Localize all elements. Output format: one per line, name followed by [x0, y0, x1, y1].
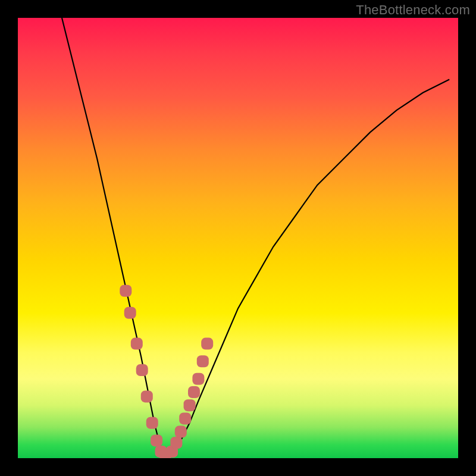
chart-svg: [18, 18, 458, 458]
marker-group: [120, 285, 213, 458]
data-marker: [141, 390, 153, 402]
data-marker: [188, 386, 200, 398]
data-marker: [197, 355, 209, 367]
chart-frame: TheBottleneck.com: [0, 0, 476, 476]
data-marker: [151, 434, 162, 446]
data-marker: [120, 285, 131, 297]
data-marker: [131, 338, 143, 350]
plot-area: [18, 18, 458, 458]
bottleneck-curve: [62, 18, 449, 456]
data-marker: [170, 437, 182, 449]
data-marker: [201, 338, 213, 350]
data-marker: [192, 373, 204, 385]
watermark-text: TheBottleneck.com: [356, 2, 470, 18]
data-marker: [175, 426, 187, 438]
data-marker: [179, 412, 191, 424]
data-marker: [136, 364, 148, 376]
data-marker: [146, 417, 158, 429]
data-marker: [124, 307, 136, 319]
data-marker: [184, 399, 196, 411]
